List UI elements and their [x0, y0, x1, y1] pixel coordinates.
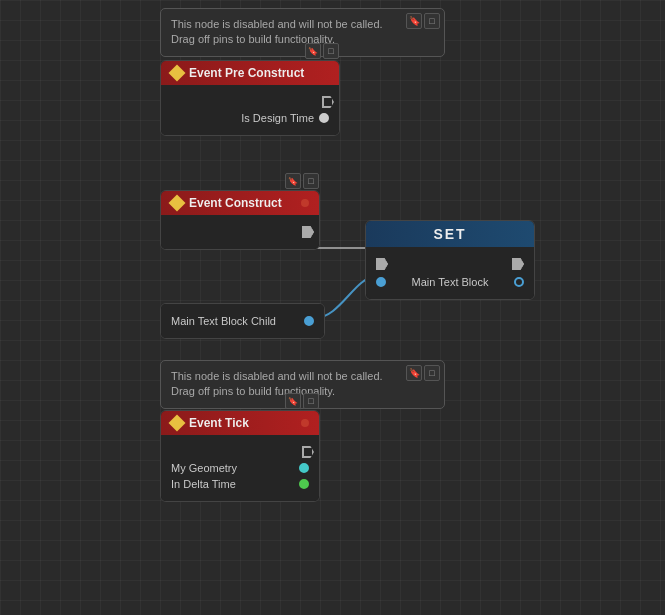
- disabled-dot-construct: [301, 199, 309, 207]
- bookmark-icon-bottom[interactable]: 🔖: [406, 365, 422, 381]
- main-text-block-child-node: Main Text Block Child: [160, 303, 325, 339]
- main-text-block-label: Main Text Block: [412, 276, 489, 288]
- event-pre-construct-label: Event Pre Construct: [189, 66, 304, 80]
- event-tick-header: Event Tick: [161, 411, 319, 435]
- bookmark-icon-tick[interactable]: 🔖: [285, 393, 301, 409]
- disabled-dot-tick: [301, 419, 309, 427]
- main-text-block-out-pin[interactable]: [514, 277, 524, 287]
- event-construct-body: [161, 215, 319, 249]
- event-tick-body: My Geometry In Delta Time: [161, 435, 319, 501]
- main-text-block-child-label: Main Text Block Child: [171, 315, 276, 327]
- event-pre-construct-body: Is Design Time: [161, 85, 339, 135]
- exec-out-tick-pin[interactable]: [302, 446, 314, 458]
- collapse-icon-top[interactable]: □: [424, 13, 440, 29]
- my-geometry-pin[interactable]: [299, 463, 309, 473]
- is-design-time-label: Is Design Time: [241, 112, 314, 124]
- event-tick-node: 🔖 □ Event Tick My Geometry In Delta Time: [160, 410, 320, 502]
- event-construct-node: 🔖 □ Event Construct: [160, 190, 320, 250]
- set-label: SET: [433, 226, 466, 242]
- collapse-icon-pre-construct[interactable]: □: [323, 43, 339, 59]
- exec-out-construct-pin[interactable]: [302, 226, 314, 238]
- event-tick-diamond: [169, 415, 186, 432]
- exec-out-set-pin[interactable]: [512, 258, 524, 270]
- in-delta-time-pin[interactable]: [299, 479, 309, 489]
- event-construct-diamond: [169, 195, 186, 212]
- exec-in-set-pin[interactable]: [376, 258, 388, 270]
- event-construct-label: Event Construct: [189, 196, 282, 210]
- main-text-block-child-body: Main Text Block Child: [161, 304, 324, 338]
- event-construct-header: Event Construct: [161, 191, 319, 215]
- bookmark-icon-top[interactable]: 🔖: [406, 13, 422, 29]
- set-node: SET Main Text Block: [365, 220, 535, 300]
- main-text-block-child-pin[interactable]: [304, 316, 314, 326]
- disabled-notice-top: This node is disabled and will not be ca…: [160, 8, 445, 57]
- event-pre-construct-header: Event Pre Construct: [161, 61, 339, 85]
- is-design-time-pin[interactable]: [319, 113, 329, 123]
- bookmark-icon-construct[interactable]: 🔖: [285, 173, 301, 189]
- set-body: Main Text Block: [366, 247, 534, 299]
- event-tick-label: Event Tick: [189, 416, 249, 430]
- collapse-icon-bottom[interactable]: □: [424, 365, 440, 381]
- my-geometry-label: My Geometry: [171, 462, 237, 474]
- collapse-icon-tick[interactable]: □: [303, 393, 319, 409]
- event-pre-construct-node: 🔖 □ Event Pre Construct Is Design Time: [160, 60, 340, 136]
- event-diamond-icon: [169, 65, 186, 82]
- collapse-icon-construct[interactable]: □: [303, 173, 319, 189]
- exec-out-pin[interactable]: [322, 96, 334, 108]
- in-delta-time-label: In Delta Time: [171, 478, 236, 490]
- set-header: SET: [366, 221, 534, 247]
- bookmark-icon-pre-construct[interactable]: 🔖: [305, 43, 321, 59]
- main-text-block-in-pin[interactable]: [376, 277, 386, 287]
